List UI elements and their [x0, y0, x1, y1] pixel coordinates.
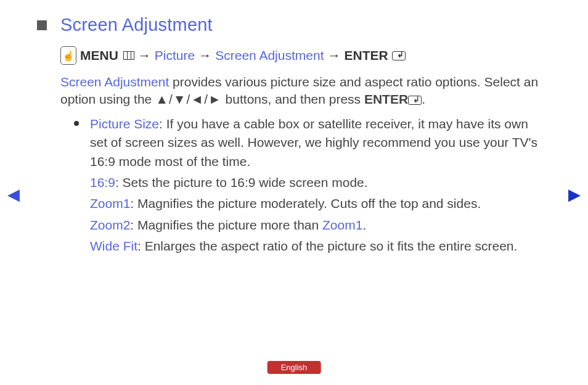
enter-icon	[392, 51, 406, 60]
text-widefit: : Enlarges the aspect ratio of the pictu…	[137, 239, 517, 253]
text-16-9: : Sets the picture to 16:9 wide screen m…	[115, 175, 368, 189]
breadcrumb-picture: Picture	[155, 48, 195, 63]
enter-icon-inline	[408, 96, 422, 105]
nav-prev-button[interactable]: ◀	[7, 185, 20, 204]
arrow-sep-3: →	[327, 48, 340, 63]
intro-lead-term: Screen Adjustment	[60, 75, 169, 89]
label-zoom1: Zoom1	[90, 196, 130, 210]
breadcrumb: ☝ MENU → Picture → Screen Adjustment → E…	[60, 46, 551, 65]
breadcrumb-enter: ENTER	[344, 48, 388, 63]
picture-size-label: Picture Size	[90, 117, 159, 131]
square-bullet-icon	[37, 20, 47, 30]
breadcrumb-screen-adjustment: Screen Adjustment	[215, 48, 324, 63]
bullet-picture-size: Picture Size: If you have a cable box or…	[74, 115, 539, 171]
page-title: Screen Adjustment	[60, 15, 213, 35]
line-widefit: Wide Fit: Enlarges the aspect ratio of t…	[90, 237, 551, 255]
text-zoom2-before: : Magnifies the picture more than	[130, 218, 322, 232]
picture-size-body: Picture Size: If you have a cable box or…	[90, 115, 539, 171]
intro-period: .	[422, 92, 425, 106]
line-zoom1: Zoom1: Magnifies the picture moderately.…	[90, 194, 551, 213]
text-zoom2-after: .	[362, 218, 366, 232]
intro-text-2: buttons, and then press	[222, 92, 364, 106]
text-zoom1: : Magnifies the picture moderately. Cuts…	[130, 196, 481, 210]
label-zoom2: Zoom2	[90, 218, 130, 232]
label-widefit: Wide Fit	[90, 239, 137, 253]
intro-enter-label: ENTER	[364, 92, 408, 106]
round-bullet-icon	[74, 121, 79, 126]
direction-arrows-icon: ▲/▼/◄/►	[155, 92, 222, 106]
arrow-sep-1: →	[138, 48, 151, 63]
intro-paragraph: Screen Adjustment provides various pictu…	[60, 73, 551, 109]
nav-next-button[interactable]: ▶	[568, 185, 581, 204]
language-pill[interactable]: English	[267, 361, 321, 374]
line-16-9: 16:9: Sets the picture to 16:9 wide scre…	[90, 173, 551, 192]
arrow-sep-2: →	[198, 48, 211, 63]
menu-label: MENU	[80, 48, 118, 63]
menu-grid-icon	[123, 51, 134, 60]
heading-row: Screen Adjustment	[37, 15, 551, 35]
remote-hand-icon: ☝	[60, 46, 76, 65]
ref-zoom1: Zoom1	[322, 218, 362, 232]
label-16-9: 16:9	[90, 175, 115, 189]
line-zoom2: Zoom2: Magnifies the picture more than Z…	[90, 216, 551, 234]
